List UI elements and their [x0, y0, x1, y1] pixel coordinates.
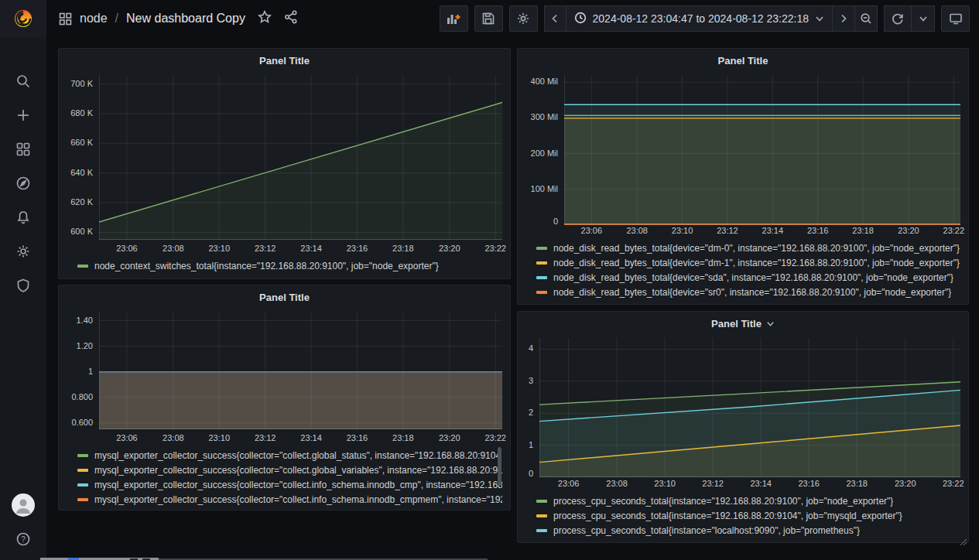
star-icon[interactable] — [258, 10, 272, 27]
legend-label: mysql_exporter_collector_success{collect… — [94, 494, 502, 505]
panel-header[interactable]: Panel Title — [59, 49, 510, 72]
dashboards-icon[interactable] — [15, 141, 32, 158]
chart-plot-area[interactable] — [99, 312, 502, 429]
save-dashboard-button[interactable] — [474, 5, 503, 32]
alerting-bell-icon[interactable] — [15, 209, 32, 226]
legend-swatch-icon — [77, 454, 88, 457]
grafana-logo-icon — [12, 8, 34, 29]
legend-item[interactable]: process_cpu_seconds_total{instance="loca… — [536, 523, 960, 538]
legend-swatch-icon — [536, 529, 547, 532]
refresh-interval-chevron[interactable] — [912, 5, 935, 32]
y-tick-label: 1.40 — [77, 316, 93, 325]
x-tick-label: 23:08 — [163, 244, 184, 253]
chart-plot-area[interactable] — [539, 338, 960, 475]
legend-label: node_disk_read_bytes_total{device="dm-1"… — [553, 258, 960, 268]
panel-title: Panel Title — [259, 292, 310, 303]
legend: node_disk_read_bytes_total{device="dm-0"… — [536, 241, 960, 299]
add-panel-button[interactable] — [440, 5, 468, 32]
legend-item[interactable]: mysql_exporter_collector_success{collect… — [77, 463, 502, 477]
x-tick-label: 23:16 — [347, 244, 368, 253]
y-tick-label: 3 — [529, 376, 533, 385]
dashboard-toolbar: 2024-08-12 23:04:47 to 2024-08-12 23:22:… — [440, 5, 970, 32]
time-range-chevron-down-icon — [815, 14, 824, 23]
legend-label: node_disk_read_bytes_total{device="sda",… — [553, 272, 953, 283]
x-axis-labels: 23:0623:0823:1023:1223:1423:1623:1823:20… — [564, 222, 960, 237]
x-tick-label: 23:14 — [750, 479, 772, 488]
panel-resize-handle[interactable] — [960, 534, 967, 541]
user-avatar[interactable] — [12, 493, 35, 517]
x-tick-label: 23:22 — [943, 226, 965, 235]
breadcrumb: node / New dashboard Copy — [59, 12, 245, 26]
admin-shield-icon[interactable] — [15, 277, 32, 294]
zoom-out-time-button[interactable] — [855, 5, 878, 32]
legend-swatch-icon — [536, 276, 547, 279]
legend-scrollbar[interactable] — [498, 447, 501, 486]
x-tick-label: 23:22 — [484, 433, 506, 442]
x-tick-label: 23:10 — [654, 479, 676, 488]
legend-item[interactable]: node_disk_read_bytes_total{device="dm-0"… — [536, 241, 960, 255]
x-tick-label: 23:10 — [672, 226, 693, 235]
panel-header[interactable]: Panel Title — [518, 49, 968, 72]
create-plus-icon[interactable] — [15, 107, 32, 124]
legend-label: process_cpu_seconds_total{instance="192.… — [553, 496, 893, 507]
panel-header[interactable]: Panel Title — [59, 285, 510, 309]
legend-item[interactable]: node_disk_read_bytes_total{device="sr0",… — [536, 285, 960, 299]
y-tick-label: 300 Mil — [531, 112, 558, 121]
x-tick-label: 23:16 — [798, 479, 820, 488]
dashboard-title[interactable]: New dashboard Copy — [126, 12, 245, 26]
x-tick-label: 23:08 — [606, 479, 628, 488]
y-tick-label: 4 — [529, 343, 533, 353]
time-picker-group: 2024-08-12 23:04:47 to 2024-08-12 23:22:… — [544, 5, 878, 32]
panel-header[interactable]: Panel Title — [518, 312, 968, 335]
refresh-button[interactable] — [884, 5, 912, 32]
legend-item[interactable]: mysql_exporter_collector_success{collect… — [77, 448, 502, 463]
help-icon[interactable]: ? — [15, 531, 32, 548]
x-tick-label: 23:18 — [846, 479, 868, 488]
grafana-logo[interactable] — [0, 0, 46, 37]
x-tick-label: 23:06 — [116, 433, 138, 442]
time-shift-forward-button[interactable] — [833, 5, 855, 32]
x-axis-labels: 23:0623:0823:1023:1223:1423:1623:1823:20… — [99, 429, 502, 445]
top-header: node / New dashboard Copy 2024-08-12 23:… — [46, 0, 979, 37]
legend-item[interactable]: node_context_switches_total{instance="19… — [77, 258, 502, 273]
x-tick-label: 23:06 — [558, 479, 580, 488]
y-tick-label: 0 — [553, 217, 558, 226]
y-axis-labels: 600 K620 K640 K660 K680 K700 K — [63, 75, 99, 255]
legend-label: mysql_exporter_collector_success{collect… — [94, 450, 501, 461]
y-tick-label: 0.600 — [71, 418, 93, 427]
time-shift-back-button[interactable] — [544, 5, 567, 32]
explore-compass-icon[interactable] — [15, 175, 32, 192]
panel-title: Panel Title — [718, 55, 768, 67]
chart-plot-area[interactable] — [99, 75, 502, 240]
time-range-picker[interactable]: 2024-08-12 23:04:47 to 2024-08-12 23:22:… — [567, 5, 833, 32]
legend-item[interactable]: mysql_exporter_collector_success{collect… — [77, 477, 502, 492]
legend-label: node_context_switches_total{instance="19… — [94, 261, 439, 271]
legend-item[interactable]: node_disk_read_bytes_total{device="dm-1"… — [536, 255, 960, 270]
share-icon[interactable] — [284, 10, 298, 27]
legend-item[interactable]: mysql_exporter_collector_success{collect… — [77, 492, 502, 507]
tv-kiosk-mode-button[interactable] — [941, 5, 970, 32]
legend-swatch-icon — [536, 514, 547, 517]
chart-plot-area[interactable] — [564, 75, 960, 222]
refresh-group — [884, 5, 935, 32]
y-tick-label: 1.20 — [77, 341, 93, 350]
legend-label: process_cpu_seconds_total{instance="loca… — [553, 525, 860, 536]
search-icon[interactable] — [15, 73, 32, 90]
legend-swatch-icon — [77, 483, 88, 487]
y-axis-labels: 0.6000.80011.201.40 — [63, 312, 99, 445]
panel-title: Panel Title — [259, 55, 310, 67]
legend-item[interactable]: process_cpu_seconds_total{instance="192.… — [536, 493, 960, 508]
dashboard-settings-button[interactable] — [509, 5, 538, 32]
legend-item[interactable]: node_disk_read_bytes_total{device="sda",… — [536, 270, 960, 285]
configuration-gear-icon[interactable] — [15, 243, 32, 260]
legend-swatch-icon — [77, 469, 88, 472]
legend-item[interactable]: process_cpu_seconds_total{instance="192.… — [536, 508, 960, 523]
y-axis-labels: 0100 Mil200 Mil300 Mil400 Mil — [522, 75, 564, 237]
x-tick-label: 23:18 — [392, 433, 414, 442]
y-tick-label: 680 K — [70, 108, 93, 118]
panel-node-context-switches: Panel Title 600 K620 K640 K660 K680 K700… — [58, 48, 511, 279]
dashboard-grid-icon[interactable] — [59, 12, 72, 26]
breadcrumb-section[interactable]: node — [80, 12, 108, 26]
y-tick-label: 640 K — [70, 168, 93, 177]
x-tick-label: 23:08 — [163, 433, 184, 442]
